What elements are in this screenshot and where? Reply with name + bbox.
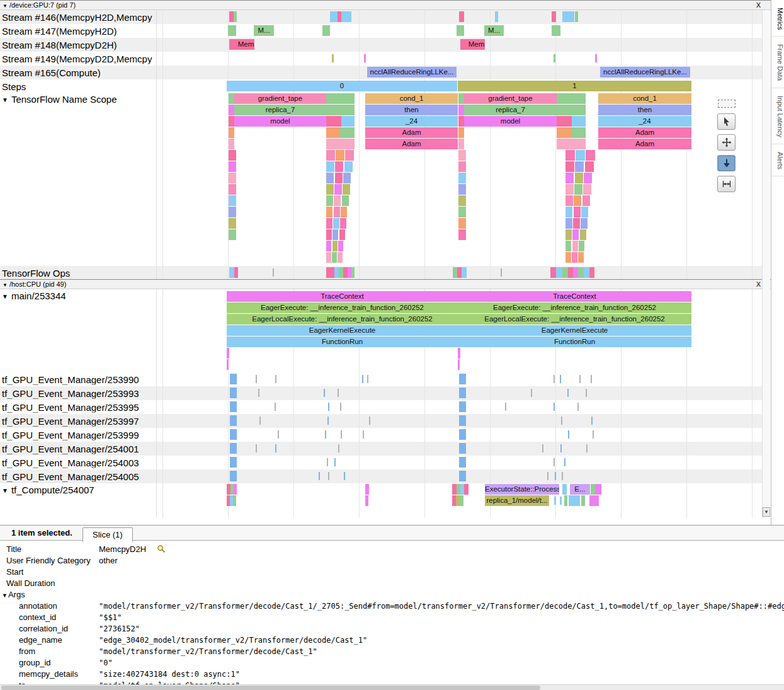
trace-slice[interactable] <box>326 161 334 172</box>
trace-slice[interactable] <box>453 267 457 278</box>
trace-slice[interactable] <box>343 173 351 183</box>
track-label-namescope[interactable]: ▼TensorFlow Name Scope <box>2 94 156 105</box>
trace-slice[interactable]: EagerKernelExecute <box>458 325 691 336</box>
trace-slice[interactable] <box>589 495 599 506</box>
trace-slice[interactable]: 1 <box>458 81 691 91</box>
trace-slice[interactable] <box>554 497 556 505</box>
trace-slice[interactable] <box>322 25 330 36</box>
trace-slice[interactable] <box>230 401 237 412</box>
trace-slice[interactable] <box>340 127 355 138</box>
trace-slice[interactable]: replica_7 <box>464 105 557 115</box>
trace-slice[interactable] <box>343 267 348 278</box>
trace-slice[interactable] <box>586 444 588 452</box>
trace-slice[interactable] <box>572 252 577 263</box>
trace-slice[interactable] <box>583 184 591 195</box>
trace-slice[interactable] <box>326 241 331 251</box>
collapse-arrow-icon[interactable]: ▼ <box>2 487 8 494</box>
trace-slice[interactable] <box>575 11 578 22</box>
trace-slice[interactable] <box>230 415 237 426</box>
trace-slice[interactable] <box>554 403 555 411</box>
trace-slice[interactable] <box>501 268 502 277</box>
trace-slice[interactable]: EagerLocalExecute: __inference_train_fun… <box>227 314 458 325</box>
trace-slice[interactable] <box>591 484 595 495</box>
trace-slice[interactable] <box>581 495 585 506</box>
side-tab-frame-data[interactable]: Frame Data <box>771 37 784 88</box>
trace-slice[interactable] <box>589 267 594 278</box>
trace-slice[interactable]: FunctionRun <box>458 336 691 347</box>
cursor-tool[interactable] <box>717 113 736 130</box>
trace-slice[interactable] <box>229 116 234 127</box>
side-tab-input-latency[interactable]: Input Latency <box>771 88 784 144</box>
trace-slice[interactable] <box>351 267 355 278</box>
trace-slice[interactable] <box>326 173 334 183</box>
trace-slice[interactable] <box>459 11 464 22</box>
trace-slice[interactable] <box>458 348 460 359</box>
trace-slice[interactable] <box>333 218 339 229</box>
trace-slice[interactable] <box>459 374 466 384</box>
trace-slice[interactable]: replica_7 <box>234 105 326 115</box>
trace-slice[interactable] <box>556 267 562 278</box>
trace-slice[interactable] <box>345 150 354 161</box>
trace-slice[interactable] <box>229 229 236 240</box>
trace-slice[interactable] <box>459 443 466 454</box>
trace-slice[interactable] <box>365 484 369 495</box>
trace-slice[interactable] <box>565 218 572 229</box>
trace-slice[interactable] <box>562 11 574 22</box>
collapse-arrow-icon[interactable]: ▼ <box>3 3 8 9</box>
trace-slice[interactable] <box>586 389 587 397</box>
trace-slice[interactable] <box>464 484 469 495</box>
tab-slice[interactable]: Slice (1) <box>82 527 133 542</box>
trace-slice[interactable] <box>334 195 341 206</box>
trace-slice[interactable]: EagerExecute: __inference_train_function… <box>458 302 691 313</box>
trace-slice[interactable] <box>230 443 237 454</box>
trace-slice[interactable] <box>334 267 339 278</box>
trace-slice[interactable] <box>574 195 581 206</box>
trace-slice[interactable]: M... <box>484 25 504 36</box>
trace-slice[interactable] <box>324 389 325 397</box>
trace-slice[interactable] <box>562 267 568 278</box>
trace-slice[interactable] <box>338 252 343 263</box>
trace-slice[interactable] <box>335 173 343 183</box>
timing-tool[interactable] <box>717 176 736 192</box>
trace-slice[interactable] <box>565 173 574 183</box>
trace-slice[interactable] <box>326 195 333 206</box>
trace-slice[interactable] <box>229 207 236 217</box>
trace-slice[interactable] <box>578 252 584 263</box>
trace-slice[interactable] <box>275 375 276 383</box>
trace-slice[interactable] <box>362 375 363 383</box>
trace-slice[interactable] <box>234 484 237 495</box>
trace-slice[interactable]: TraceContext <box>227 291 458 302</box>
trace-slice[interactable] <box>458 116 464 127</box>
trace-slice[interactable] <box>595 484 601 495</box>
side-tab-metrics[interactable]: Metrics <box>771 0 784 37</box>
trace-slice[interactable] <box>531 389 532 397</box>
trace-slice[interactable] <box>572 229 579 240</box>
trace-slice[interactable] <box>369 417 370 425</box>
trace-slice[interactable] <box>459 388 466 398</box>
trace-slice[interactable] <box>459 429 466 440</box>
trace-slice[interactable] <box>228 25 236 36</box>
trace-slice[interactable] <box>342 195 349 206</box>
trace-slice[interactable] <box>367 375 368 383</box>
trace-slice[interactable] <box>458 359 460 370</box>
trace-slice[interactable] <box>586 150 595 161</box>
trace-slice[interactable] <box>341 430 342 439</box>
close-icon[interactable]: X <box>756 1 761 9</box>
trace-slice[interactable] <box>568 430 569 439</box>
trace-slice[interactable] <box>326 267 334 278</box>
trace-slice[interactable]: ncclAllReduceRingLLKe... <box>600 67 690 78</box>
trace-slice[interactable] <box>364 54 366 62</box>
trace-slice[interactable] <box>452 484 457 495</box>
trace-slice[interactable] <box>565 150 575 161</box>
trace-slice[interactable] <box>327 417 329 425</box>
trace-slice[interactable] <box>552 11 556 22</box>
horizontal-scrollbar[interactable] <box>0 684 784 690</box>
trace-slice[interactable] <box>326 229 332 240</box>
trace-slice[interactable] <box>338 444 339 452</box>
trace-slice[interactable] <box>572 241 578 251</box>
trace-slice[interactable] <box>229 173 236 183</box>
trace-slice[interactable] <box>591 375 592 383</box>
trace-slice[interactable] <box>458 207 466 217</box>
trace-slice[interactable] <box>547 472 548 480</box>
trace-slice[interactable]: _24 <box>598 116 691 127</box>
